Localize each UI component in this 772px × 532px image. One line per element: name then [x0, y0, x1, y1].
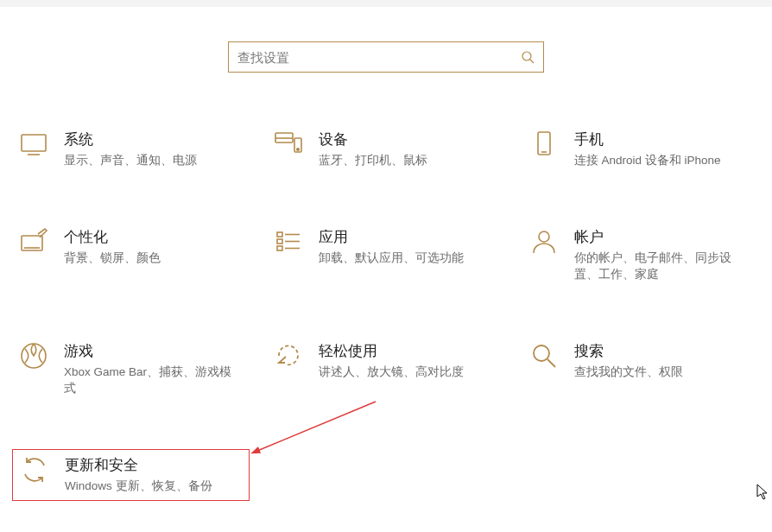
svg-rect-12: [277, 232, 282, 237]
svg-rect-14: [277, 246, 282, 250]
tile-desc: 查找我的文件、权限: [574, 364, 753, 381]
search-input[interactable]: [237, 50, 521, 65]
apps-icon: [274, 227, 303, 256]
tile-system[interactable]: 系统 显示、声音、通知、电源: [12, 124, 250, 174]
system-icon: [19, 130, 48, 159]
tile-desc: 背景、锁屏、颜色: [64, 250, 243, 267]
svg-line-1: [530, 60, 534, 63]
mouse-cursor: [756, 484, 769, 501]
personalization-icon: [19, 227, 48, 256]
tile-title: 轻松使用: [319, 341, 497, 361]
svg-point-20: [534, 345, 549, 361]
tile-desc: 连接 Android 设备和 iPhone: [574, 153, 753, 169]
search-container: [228, 41, 544, 73]
search-box[interactable]: [228, 41, 544, 73]
tile-desc: Xbox Game Bar、捕获、游戏模式: [64, 364, 243, 397]
gaming-icon: [19, 341, 48, 370]
tile-title: 手机: [574, 130, 753, 149]
tile-update-security[interactable]: 更新和安全 Windows 更新、恢复、备份: [12, 449, 250, 501]
svg-point-18: [539, 231, 549, 242]
settings-grid: 系统 显示、声音、通知、电源 设备 蓝牙、打印机、鼠标 手机 连接: [0, 124, 772, 501]
svg-point-0: [522, 52, 531, 60]
tile-title: 设备: [319, 130, 497, 149]
tile-desc: 你的帐户、电子邮件、同步设置、工作、家庭: [574, 250, 753, 283]
search-tile-icon: [529, 341, 559, 370]
tile-desc: 讲述人、放大镜、高对比度: [319, 364, 497, 381]
tile-desc: 蓝牙、打印机、鼠标: [319, 153, 497, 169]
ease-of-access-icon: [274, 341, 303, 370]
tile-desc: 卸载、默认应用、可选功能: [319, 250, 497, 267]
devices-icon: [274, 130, 303, 159]
tile-search[interactable]: 搜索 查找我的文件、权限: [522, 336, 760, 402]
svg-point-7: [297, 149, 300, 151]
phone-icon: [529, 130, 559, 159]
search-icon: [521, 50, 535, 64]
tile-phone[interactable]: 手机 连接 Android 设备和 iPhone: [522, 124, 760, 174]
window-topbar: [0, 0, 772, 7]
svg-rect-13: [277, 239, 282, 244]
tile-desc: Windows 更新、恢复、备份: [65, 478, 242, 495]
tile-title: 系统: [64, 130, 243, 149]
svg-line-21: [547, 359, 555, 367]
update-security-icon: [20, 455, 49, 484]
tile-title: 个性化: [64, 227, 243, 247]
tile-apps[interactable]: 应用 卸载、默认应用、可选功能: [267, 222, 504, 288]
tile-title: 游戏: [64, 341, 243, 361]
tile-ease-of-access[interactable]: 轻松使用 讲述人、放大镜、高对比度: [267, 336, 504, 402]
accounts-icon: [529, 227, 559, 256]
tile-gaming[interactable]: 游戏 Xbox Game Bar、捕获、游戏模式: [12, 336, 250, 402]
tile-title: 搜索: [574, 341, 753, 361]
tile-desc: 显示、声音、通知、电源: [64, 153, 243, 169]
svg-rect-8: [538, 132, 550, 155]
tile-personalization[interactable]: 个性化 背景、锁屏、颜色: [12, 222, 250, 288]
tile-devices[interactable]: 设备 蓝牙、打印机、鼠标: [267, 124, 504, 174]
svg-rect-2: [22, 135, 46, 151]
tile-title: 帐户: [574, 227, 753, 247]
tile-title: 更新和安全: [65, 455, 242, 475]
tile-accounts[interactable]: 帐户 你的帐户、电子邮件、同步设置、工作、家庭: [522, 222, 760, 288]
tile-title: 应用: [319, 227, 497, 247]
